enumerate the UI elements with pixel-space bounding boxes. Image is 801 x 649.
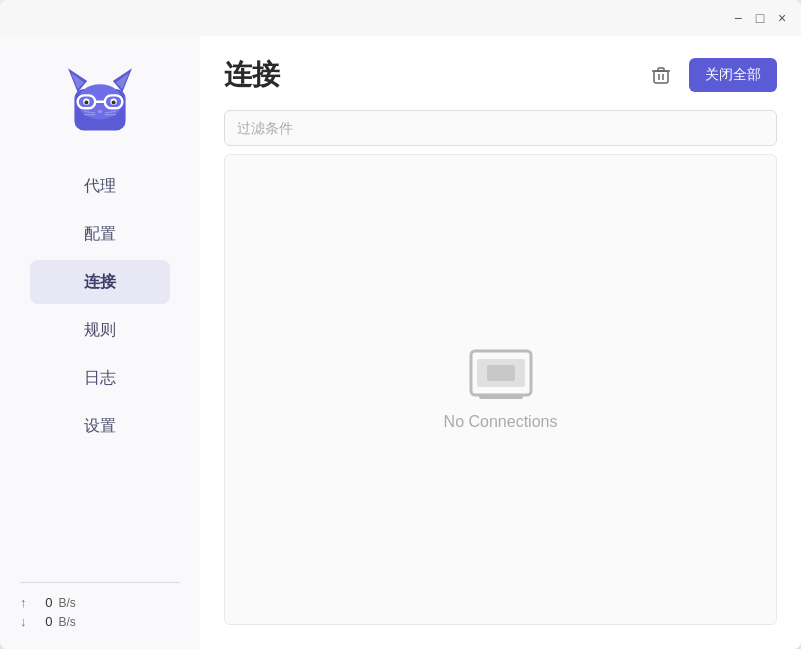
app-logo [60,57,140,137]
maximize-button[interactable]: □ [753,11,767,25]
app-window: − □ × [0,0,801,649]
minimize-button[interactable]: − [731,11,745,25]
page-title: 连接 [224,56,280,94]
svg-rect-18 [654,71,668,83]
upload-speed-value: 0 [33,595,53,610]
upload-speed-unit: B/s [59,596,76,610]
nav-items: 代理 配置 连接 规则 日志 设置 [0,162,200,570]
svg-rect-20 [658,68,664,71]
svg-rect-24 [479,395,523,399]
download-arrow-icon: ↓ [20,614,27,629]
svg-point-13 [98,110,103,113]
connections-panel: No Connections [224,154,777,625]
svg-rect-26 [487,365,515,381]
sidebar-item-logs[interactable]: 日志 [30,356,170,400]
sidebar: 代理 配置 连接 规则 日志 设置 ↑ 0 B/s ↓ 0 B/s [0,36,200,649]
filter-input-wrapper [224,110,777,146]
sidebar-item-proxy[interactable]: 代理 [30,164,170,208]
sidebar-item-settings[interactable]: 设置 [30,404,170,448]
titlebar: − □ × [0,0,801,36]
sidebar-bottom: ↑ 0 B/s ↓ 0 B/s [0,570,200,649]
empty-state-text: No Connections [444,413,558,431]
download-speed-value: 0 [33,614,53,629]
main-area: 代理 配置 连接 规则 日志 设置 ↑ 0 B/s ↓ 0 B/s [0,36,801,649]
download-speed-unit: B/s [59,615,76,629]
sidebar-item-connections[interactable]: 连接 [30,260,170,304]
svg-point-12 [112,101,116,105]
close-all-button[interactable]: 关闭全部 [689,58,777,92]
sidebar-item-rules[interactable]: 规则 [30,308,170,352]
close-button[interactable]: × [775,11,789,25]
download-speed-row: ↓ 0 B/s [20,614,180,629]
trash-icon[interactable] [645,59,677,91]
logo-container [55,52,145,142]
content-area: 连接 关闭全部 [200,36,801,649]
header-actions: 关闭全部 [645,58,777,92]
sidebar-item-config[interactable]: 配置 [30,212,170,256]
sidebar-divider [20,582,180,583]
upload-speed-row: ↑ 0 B/s [20,595,180,610]
filter-input[interactable] [224,110,777,146]
svg-point-11 [84,101,88,105]
content-header: 连接 关闭全部 [224,56,777,94]
empty-state-icon [469,349,533,401]
upload-arrow-icon: ↑ [20,595,27,610]
